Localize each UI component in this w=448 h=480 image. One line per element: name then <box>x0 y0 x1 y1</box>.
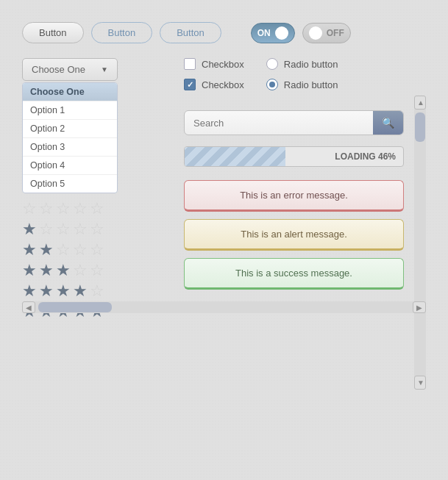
radio-0[interactable] <box>266 58 278 70</box>
alert-message-text: This is an alert message. <box>241 229 347 240</box>
button-1[interactable]: Button <box>22 22 84 43</box>
alert-message: This is an alert message. <box>184 219 404 251</box>
star-4-3[interactable]: ★ <box>56 283 71 299</box>
star-0-2[interactable]: ☆ <box>39 201 54 217</box>
star-0-4[interactable]: ☆ <box>73 201 88 217</box>
toggle-on-knob <box>275 26 288 40</box>
radio-label-1: Radio button <box>284 79 338 90</box>
success-message: This is a success message. <box>184 258 404 290</box>
error-message-text: This is an error message. <box>240 190 348 201</box>
star-3-3[interactable]: ★ <box>56 262 71 279</box>
dropdown-list: Choose One Option 1 Option 2 Option 3 Op… <box>22 82 118 193</box>
star-2-1[interactable]: ★ <box>22 242 37 258</box>
star-row-4[interactable]: ★ ★ ★ ★ ☆ <box>22 283 169 299</box>
star-2-5[interactable]: ☆ <box>90 242 104 258</box>
progress-label: LOADING 46% <box>335 151 396 162</box>
star-2-3[interactable]: ☆ <box>56 242 71 258</box>
checkbox-label-1: Checkbox <box>202 79 244 90</box>
star-row-1[interactable]: ★ ☆ ☆ ☆ ☆ <box>22 221 169 237</box>
checkboxes-section: Checkbox Checkbox <box>184 58 244 99</box>
scrollbar-right: ▲ ▼ <box>414 96 426 390</box>
dropdown-item-3[interactable]: Option 3 <box>23 138 117 157</box>
toggle-on-label: ON <box>257 28 271 38</box>
toggle-off-label: OFF <box>327 28 344 38</box>
star-3-2[interactable]: ★ <box>39 262 54 279</box>
radio-row-0: Radio button <box>266 58 338 70</box>
star-1-5[interactable]: ☆ <box>90 221 104 237</box>
scroll-thumb-right[interactable] <box>415 112 425 142</box>
button-3[interactable]: Button <box>160 22 221 43</box>
search-bar: 🔍 <box>184 110 404 135</box>
scroll-up-button[interactable]: ▲ <box>414 96 426 110</box>
progress-bar-fill <box>185 147 285 166</box>
radio-row-1: Radio button <box>266 79 338 90</box>
star-2-4[interactable]: ☆ <box>73 242 88 258</box>
star-4-1[interactable]: ★ <box>22 283 37 299</box>
toggle-off[interactable]: OFF <box>302 23 351 43</box>
star-0-5[interactable]: ☆ <box>90 201 104 217</box>
toggle-off-knob <box>309 26 322 40</box>
star-0-1[interactable]: ☆ <box>22 201 37 217</box>
dropdown-trigger[interactable]: Choose One ▼ <box>22 58 118 81</box>
dropdown-item-0[interactable]: Choose One <box>23 83 117 101</box>
dropdown-arrow-icon: ▼ <box>101 65 108 74</box>
scroll-down-button[interactable]: ▼ <box>414 376 426 390</box>
radio-1[interactable] <box>266 79 278 90</box>
star-4-4[interactable]: ★ <box>73 283 88 299</box>
star-3-1[interactable]: ★ <box>22 262 37 279</box>
search-icon: 🔍 <box>382 117 394 129</box>
star-0-3[interactable]: ☆ <box>56 201 71 217</box>
dropdown-item-4[interactable]: Option 4 <box>23 157 117 175</box>
scroll-right-button[interactable]: ▶ <box>413 301 426 313</box>
star-row-3[interactable]: ★ ★ ★ ☆ ☆ <box>22 262 169 279</box>
star-1-4[interactable]: ☆ <box>73 221 88 237</box>
checkbox-0[interactable] <box>184 58 196 70</box>
toggle-on[interactable]: ON <box>251 23 295 43</box>
checkbox-label-0: Checkbox <box>202 59 244 70</box>
star-row-0[interactable]: ☆ ☆ ☆ ☆ ☆ <box>22 201 169 217</box>
star-row-2[interactable]: ★ ★ ☆ ☆ ☆ <box>22 242 169 258</box>
star-4-5[interactable]: ☆ <box>90 283 104 299</box>
scroll-thumb-horizontal[interactable] <box>38 302 112 312</box>
checkbox-1[interactable] <box>184 79 196 90</box>
star-1-2[interactable]: ☆ <box>39 221 54 237</box>
star-4-2[interactable]: ★ <box>39 283 54 299</box>
search-input[interactable] <box>185 112 373 135</box>
dropdown-item-2[interactable]: Option 2 <box>23 120 117 138</box>
radios-section: Radio button Radio button <box>266 58 338 99</box>
star-3-4[interactable]: ☆ <box>73 262 88 279</box>
star-2-2[interactable]: ★ <box>39 242 54 258</box>
radio-label-0: Radio button <box>284 59 338 70</box>
error-message: This is an error message. <box>184 180 404 212</box>
star-1-1[interactable]: ★ <box>22 221 37 237</box>
dropdown-trigger-label: Choose One <box>32 64 85 75</box>
search-button[interactable]: 🔍 <box>373 111 403 135</box>
scrollbar-horizontal: ◀ ▶ <box>22 301 426 313</box>
success-message-text: This is a success message. <box>235 268 352 279</box>
star-1-3[interactable]: ☆ <box>56 221 71 237</box>
scroll-left-button[interactable]: ◀ <box>22 301 35 313</box>
dropdown-item-5[interactable]: Option 5 <box>23 175 117 193</box>
checkbox-row-1: Checkbox <box>184 79 244 90</box>
progress-bar-container: LOADING 46% <box>184 146 404 167</box>
dropdown-item-1[interactable]: Option 1 <box>23 101 117 120</box>
star-3-5[interactable]: ☆ <box>90 262 104 279</box>
checkbox-row-0: Checkbox <box>184 58 244 70</box>
button-2[interactable]: Button <box>91 22 153 43</box>
